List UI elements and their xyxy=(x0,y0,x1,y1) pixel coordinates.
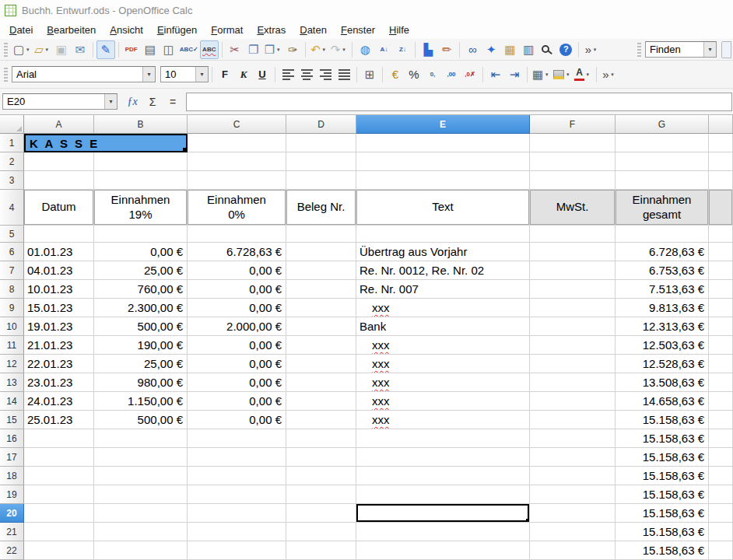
cut-icon[interactable]: ✂ xyxy=(226,40,244,59)
cell-H16[interactable] xyxy=(709,429,733,448)
sum-icon[interactable]: Σ xyxy=(142,93,163,111)
undo-icon[interactable]: ↶ xyxy=(309,40,329,59)
menu-item-einfgen[interactable]: Einfügen xyxy=(150,22,204,38)
cell-D17[interactable] xyxy=(286,448,356,467)
cell-B15[interactable]: 500,00 € xyxy=(94,411,188,429)
cell-C12[interactable]: 0,00 € xyxy=(188,355,286,373)
delete-decimal-icon[interactable]: ,0✗ xyxy=(461,65,479,84)
cell-C8[interactable]: 0,00 € xyxy=(188,280,286,299)
row-header-5[interactable]: 5 xyxy=(0,226,24,243)
row-header-20[interactable]: 20 xyxy=(0,504,24,523)
cell-F20[interactable] xyxy=(530,504,616,523)
cell-F2[interactable] xyxy=(530,152,616,171)
cell-A22[interactable] xyxy=(24,541,94,560)
cell-A10[interactable]: 19.01.23 xyxy=(24,317,94,336)
underline-icon[interactable]: U xyxy=(253,65,272,84)
cell-F8[interactable] xyxy=(530,280,616,299)
cell-F13[interactable] xyxy=(530,373,616,392)
menu-item-extras[interactable]: Extras xyxy=(250,22,293,38)
copy-icon[interactable]: ❐ xyxy=(244,40,263,59)
cell-B10[interactable]: 500,00 € xyxy=(94,317,188,336)
formula-input-line[interactable] xyxy=(186,93,732,111)
cell-E7[interactable]: Re. Nr. 0012, Re. Nr. 02 xyxy=(356,261,530,280)
cell-E5[interactable] xyxy=(356,226,530,243)
cell-F5[interactable] xyxy=(530,226,616,243)
row-header-9[interactable]: 9 xyxy=(0,299,24,317)
cell-H9[interactable] xyxy=(709,299,733,317)
cell-G2[interactable] xyxy=(616,152,709,171)
cell-D20[interactable] xyxy=(286,504,356,523)
standard-format-icon[interactable]: 0, xyxy=(423,65,442,84)
cell-D21[interactable] xyxy=(286,523,356,541)
cell-F7[interactable] xyxy=(530,261,616,280)
cell-D6[interactable] xyxy=(286,243,356,261)
font-size-combo[interactable]: 10 xyxy=(160,66,209,82)
cell-D19[interactable] xyxy=(286,485,356,504)
cell-E20[interactable] xyxy=(356,504,530,523)
cell-G7[interactable]: 6.753,63 € xyxy=(616,261,709,280)
cell-E17[interactable] xyxy=(356,448,530,467)
cell-A5[interactable] xyxy=(24,226,94,243)
row-header-4[interactable]: 4 xyxy=(0,190,24,226)
cell-B3[interactable] xyxy=(94,171,188,190)
cell-H11[interactable] xyxy=(709,336,733,355)
row-header-22[interactable]: 22 xyxy=(0,541,24,560)
cell-H19[interactable] xyxy=(709,485,733,504)
bold-icon[interactable]: F xyxy=(216,65,234,84)
cell-D8[interactable] xyxy=(286,280,356,299)
cell-D10[interactable] xyxy=(286,317,356,336)
cell-F14[interactable] xyxy=(530,392,616,411)
row-header-21[interactable]: 21 xyxy=(0,523,24,541)
cell-G5[interactable] xyxy=(616,226,709,243)
cell-E8[interactable]: Re. Nr. 007 xyxy=(356,280,530,299)
redo-icon-dropdown[interactable] xyxy=(340,47,347,53)
cell-G17[interactable]: 15.158,63 € xyxy=(616,448,709,467)
find-replace-icon[interactable]: ∞ xyxy=(463,40,482,59)
cell-E11[interactable]: xxx xyxy=(356,336,530,355)
cell-E16[interactable] xyxy=(356,429,530,448)
cell-C13[interactable]: 0,00 € xyxy=(188,373,286,392)
print-icon[interactable]: ▤ xyxy=(141,40,160,59)
decrease-indent-icon[interactable]: ⇤ xyxy=(486,65,505,84)
font-size-dropdown[interactable] xyxy=(195,67,208,82)
sort-ascending-icon[interactable]: A↓ xyxy=(374,40,393,59)
function-wizard-icon[interactable]: ƒx xyxy=(122,93,142,111)
cell-C3[interactable] xyxy=(188,171,286,190)
cell-F6[interactable] xyxy=(530,243,616,261)
toolbar-options-icon-dropdown[interactable] xyxy=(591,47,598,53)
percent-format-icon[interactable]: % xyxy=(405,65,423,84)
sort-descending-icon[interactable]: Z↓ xyxy=(393,40,412,59)
cell-E10[interactable]: Bank xyxy=(356,317,530,336)
cell-F12[interactable] xyxy=(530,355,616,373)
paste-icon-dropdown[interactable] xyxy=(275,47,282,53)
cell-C14[interactable]: 0,00 € xyxy=(188,392,286,411)
cell-A13[interactable]: 23.01.23 xyxy=(24,373,94,392)
cell-D12[interactable] xyxy=(286,355,356,373)
partial-toolbar-button[interactable] xyxy=(721,41,731,58)
cell-C10[interactable]: 2.000,00 € xyxy=(188,317,286,336)
cell-F3[interactable] xyxy=(530,171,616,190)
cell-A11[interactable]: 21.01.23 xyxy=(24,336,94,355)
cell-G12[interactable]: 12.528,63 € xyxy=(616,355,709,373)
name-box[interactable]: E20 xyxy=(2,93,117,110)
menu-item-ansicht[interactable]: Ansicht xyxy=(103,22,150,38)
row-header-15[interactable]: 15 xyxy=(0,411,24,429)
cell-G10[interactable]: 12.313,63 € xyxy=(616,317,709,336)
cell-H20[interactable] xyxy=(709,504,733,523)
cell-H5[interactable] xyxy=(709,226,733,243)
cell-C9[interactable]: 0,00 € xyxy=(188,299,286,317)
cell-H14[interactable] xyxy=(709,392,733,411)
cell-D15[interactable] xyxy=(286,411,356,429)
cell-B17[interactable] xyxy=(94,448,188,467)
cell-H3[interactable] xyxy=(709,171,733,190)
row-header-8[interactable]: 8 xyxy=(0,280,24,299)
cell-H17[interactable] xyxy=(709,448,733,467)
row-header-7[interactable]: 7 xyxy=(0,261,24,280)
cell-B22[interactable] xyxy=(94,541,188,560)
col-header-B[interactable]: B xyxy=(94,115,188,134)
cell-C1[interactable] xyxy=(188,134,286,152)
new-document-icon[interactable]: ▢ xyxy=(12,40,33,59)
cell-E12[interactable]: xxx xyxy=(356,355,530,373)
font-color-icon[interactable]: A xyxy=(573,65,593,84)
cell-F10[interactable] xyxy=(530,317,616,336)
